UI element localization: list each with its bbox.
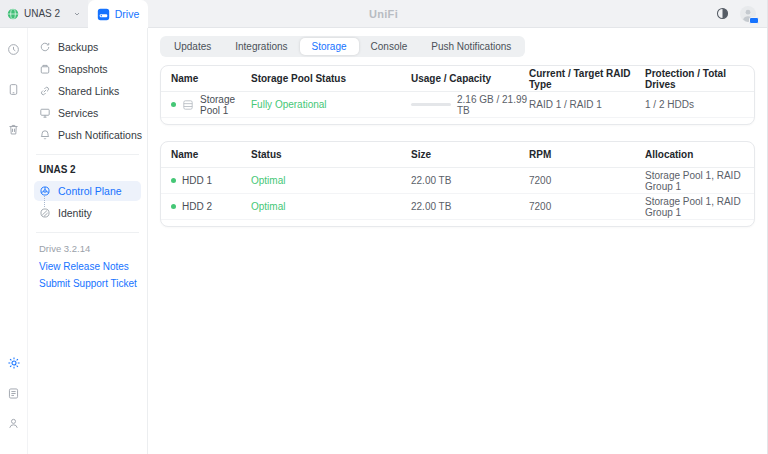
tab-storage[interactable]: Storage (300, 38, 359, 55)
device-switcher[interactable]: UNAS 2 (0, 0, 88, 27)
table-row[interactable]: HDD 2 Optimal 22.00 TB 7200 Storage Pool… (161, 194, 754, 220)
contrast-icon (716, 7, 729, 20)
col-protection: Protection / Total Drives (645, 68, 744, 90)
col-pool-status: Storage Pool Status (251, 73, 411, 84)
sidebar-item-services[interactable]: Services (34, 103, 141, 123)
table-row[interactable]: Storage Pool 1 Fully Operational 2.16 GB… (161, 92, 754, 118)
icon-rail (0, 28, 28, 454)
drive-rpm: 7200 (529, 175, 645, 186)
sidebar-item-control-plane[interactable]: Control Plane (34, 181, 141, 201)
col-raid-type: Current / Target RAID Type (529, 68, 645, 90)
sidebar-item-label: Push Notifications (58, 129, 142, 141)
storage-pool-table: Name Storage Pool Status Usage / Capacit… (160, 65, 755, 125)
sidebar-divider (36, 154, 139, 155)
pool-name: Storage Pool 1 (200, 94, 251, 116)
activity-icon[interactable] (5, 40, 23, 58)
device-name: UNAS 2 (24, 8, 60, 19)
col-name: Name (171, 149, 251, 160)
col-size: Size (411, 149, 529, 160)
shell: Backups Snapshots Shared Links Services (0, 28, 767, 454)
status-dot (171, 102, 176, 107)
user-avatar[interactable] (740, 6, 756, 22)
topbar-actions (716, 0, 767, 27)
sidebar-item-label: Backups (58, 41, 98, 53)
settings-tabs: Updates Integrations Storage Console Pus… (160, 36, 525, 57)
usage-capacity-cell: 2.16 GB / 21.99 TB (411, 94, 529, 116)
tab-updates[interactable]: Updates (162, 38, 223, 55)
usage-label: 2.16 GB / 21.99 TB (457, 94, 529, 116)
col-rpm: RPM (529, 149, 645, 160)
sidebar-item-label: Identity (58, 207, 92, 219)
chevron-down-icon (73, 10, 81, 18)
drive-app-icon (97, 8, 110, 21)
app-tab-label: Drive (115, 8, 140, 20)
control-plane-icon (39, 185, 51, 197)
tab-push-notifications[interactable]: Push Notifications (419, 38, 523, 55)
sidebar-item-backups[interactable]: Backups (34, 37, 141, 57)
tab-integrations[interactable]: Integrations (223, 38, 299, 55)
status-dot (171, 204, 176, 209)
services-icon (39, 107, 51, 119)
sidebar: Backups Snapshots Shared Links Services (28, 28, 148, 454)
backups-icon (39, 41, 51, 53)
status-dot (171, 178, 176, 183)
release-notes-link[interactable]: View Release Notes (34, 258, 141, 275)
device-icon[interactable] (5, 80, 23, 98)
theme-toggle-button[interactable] (716, 7, 729, 20)
drive-size: 22.00 TB (411, 175, 529, 186)
drives-table: Name Status Size RPM Allocation HDD 1 Op… (160, 141, 755, 227)
sidebar-item-label: Control Plane (58, 185, 122, 197)
col-name: Name (171, 73, 251, 84)
drive-name: HDD 1 (182, 175, 212, 186)
drive-size: 22.00 TB (411, 201, 529, 212)
bell-icon (39, 129, 51, 141)
identity-icon (39, 207, 51, 219)
table-header: Name Storage Pool Status Usage / Capacit… (161, 66, 754, 92)
app-tab-drive[interactable]: Drive (88, 0, 148, 28)
drive-rpm: 7200 (529, 201, 645, 212)
col-status: Status (251, 149, 411, 160)
settings-gear-icon[interactable] (5, 354, 23, 372)
sidebar-item-identity[interactable]: Identity (34, 203, 141, 223)
tab-console[interactable]: Console (359, 38, 420, 55)
drive-name: HDD 2 (182, 201, 212, 212)
drive-allocation: Storage Pool 1, RAID Group 1 (645, 196, 744, 218)
pool-status: Fully Operational (251, 99, 411, 110)
topbar: UNAS 2 Drive UniFi (0, 0, 767, 28)
support-ticket-link[interactable]: Submit Support Ticket (34, 275, 141, 292)
shared-links-icon (39, 85, 51, 97)
sidebar-item-shared-links[interactable]: Shared Links (34, 81, 141, 101)
main-content: Updates Integrations Storage Console Pus… (148, 28, 767, 454)
sidebar-divider (36, 232, 139, 233)
sidebar-item-label: Snapshots (58, 63, 108, 75)
usage-progress-bar (411, 103, 451, 106)
globe-icon (7, 8, 19, 20)
logs-icon[interactable] (5, 384, 23, 402)
snapshots-icon (39, 63, 51, 75)
drive-allocation: Storage Pool 1, RAID Group 1 (645, 170, 744, 192)
sidebar-item-label: Shared Links (58, 85, 119, 97)
drive-status: Optimal (251, 175, 411, 186)
sidebar-section-label: UNAS 2 (34, 162, 141, 181)
app-version: Drive 3.2.14 (34, 240, 141, 258)
table-row[interactable]: HDD 1 Optimal 22.00 TB 7200 Storage Pool… (161, 168, 754, 194)
col-usage-capacity: Usage / Capacity (411, 73, 529, 84)
tree-connector (44, 196, 45, 207)
admins-icon[interactable] (5, 414, 23, 432)
trash-icon[interactable] (5, 120, 23, 138)
drive-status: Optimal (251, 201, 411, 212)
storage-pool-icon (182, 99, 194, 111)
col-allocation: Allocation (645, 149, 744, 160)
sidebar-item-push-notifications[interactable]: Push Notifications (34, 125, 141, 145)
app-window: UNAS 2 Drive UniFi (0, 0, 768, 454)
sidebar-item-snapshots[interactable]: Snapshots (34, 59, 141, 79)
unifi-os-badge (749, 17, 759, 24)
raid-type: RAID 1 / RAID 1 (529, 99, 645, 110)
sidebar-item-label: Services (58, 107, 98, 119)
protection-drives: 1 / 2 HDDs (645, 99, 744, 110)
table-header: Name Status Size RPM Allocation (161, 142, 754, 168)
